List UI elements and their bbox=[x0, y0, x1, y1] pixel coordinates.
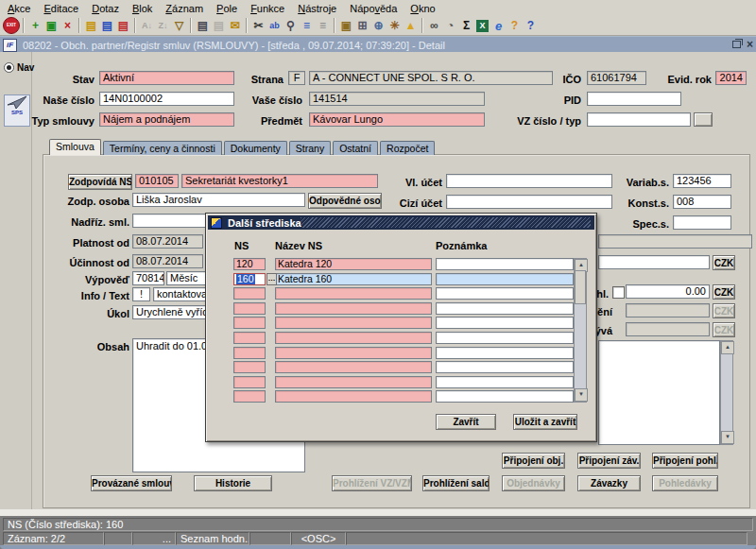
ns-cell[interactable]: 120 bbox=[233, 258, 266, 270]
tab-ostatn-[interactable]: Ostatní bbox=[333, 141, 378, 155]
strana-field[interactable]: A - CONNECT UNE SPOL. S R. O. bbox=[309, 71, 553, 85]
tab-strany[interactable]: Strany bbox=[289, 141, 331, 155]
pripojeni-zav-button[interactable]: Připojení záv. bbox=[577, 453, 641, 469]
copy-text-icon[interactable]: ab bbox=[266, 18, 283, 34]
print-preview-icon[interactable]: ▤ bbox=[211, 18, 227, 34]
send-mail-icon[interactable]: ✉ bbox=[227, 18, 243, 34]
help-agent-icon[interactable]: ? bbox=[507, 18, 523, 34]
vl-ucet-field[interactable] bbox=[446, 174, 612, 188]
historie-button[interactable]: Historie bbox=[194, 475, 272, 491]
view-icon[interactable]: ∞ bbox=[426, 18, 442, 34]
menu-pole[interactable]: Pole bbox=[216, 3, 237, 14]
platnost-od-field[interactable]: 08.07.2014 bbox=[132, 234, 203, 249]
prohlizeni-salda-button[interactable]: Prohlížení salda bbox=[422, 475, 490, 491]
settings-wheel-icon[interactable]: ✳ bbox=[387, 18, 403, 34]
cena-field[interactable] bbox=[598, 255, 710, 269]
exit-button[interactable]: EXIT bbox=[3, 17, 20, 34]
insert-record-icon[interactable]: + bbox=[27, 18, 43, 34]
nav-radio[interactable]: Nav bbox=[4, 62, 34, 73]
vypoved-field[interactable]: 70814 bbox=[132, 271, 164, 285]
web-icon[interactable]: ⊕ bbox=[370, 18, 387, 34]
save-disk-icon[interactable]: ⊞ bbox=[354, 18, 370, 34]
right-notes-textarea[interactable] bbox=[598, 340, 720, 445]
typ-smlouvy-field[interactable]: Nájem a podnájem bbox=[99, 112, 234, 127]
help-icon[interactable]: ? bbox=[523, 18, 539, 34]
list-edit-icon[interactable]: ≡ bbox=[315, 18, 331, 34]
notes-scrollbar[interactable]: ▲ ▼ bbox=[720, 340, 733, 445]
filter-icon[interactable]: ▽ bbox=[171, 18, 187, 34]
excel-icon[interactable]: X bbox=[476, 20, 489, 32]
menu-funkce[interactable]: Funkce bbox=[250, 3, 284, 14]
scrollbar-thumb[interactable] bbox=[575, 270, 586, 304]
sort-asc-icon[interactable]: A↓ bbox=[139, 18, 155, 34]
nazev-ns-cell[interactable] bbox=[275, 361, 432, 373]
zodpovida-ns-button[interactable]: Zodpovídá NS bbox=[68, 174, 132, 190]
cut-icon[interactable]: ✂ bbox=[250, 18, 266, 34]
poznamka-cell[interactable] bbox=[436, 390, 574, 403]
zavrit-button[interactable]: Zavřít bbox=[436, 414, 496, 430]
stav-field[interactable]: Aktivní bbox=[99, 71, 234, 85]
dialog-titlebar[interactable]: Další střediska bbox=[208, 215, 594, 230]
menu-nástroje[interactable]: Nástroje bbox=[298, 3, 336, 14]
list-values-icon[interactable]: ≡ bbox=[299, 18, 315, 34]
tab-rozpo-et[interactable]: Rozpočet bbox=[380, 141, 435, 155]
pid-field[interactable] bbox=[587, 92, 681, 106]
menu-nápověda[interactable]: Nápověda bbox=[350, 3, 397, 14]
zodp-osoba-field[interactable]: Liška Jaroslav bbox=[132, 193, 305, 207]
cena-czk-button[interactable]: CZK bbox=[713, 255, 735, 270]
nazev-ns-cell[interactable] bbox=[275, 302, 432, 315]
nazev-ns-cell[interactable] bbox=[275, 376, 432, 388]
spec-s-field[interactable] bbox=[673, 215, 731, 230]
pripojeni-obj-button[interactable]: Připojení obj. bbox=[502, 453, 565, 469]
sum-icon[interactable]: Σ bbox=[458, 18, 474, 34]
menu-dotaz[interactable]: Dotaz bbox=[92, 3, 119, 14]
clipboard-icon[interactable]: ▣ bbox=[338, 18, 354, 34]
lov-button[interactable]: … bbox=[266, 273, 277, 285]
pohl-czk-button[interactable]: CZK bbox=[713, 284, 735, 300]
delete-record-icon[interactable]: × bbox=[60, 18, 76, 34]
odpovedne-osoby-button[interactable]: Odpovědné osoby bbox=[308, 193, 382, 209]
browser-icon[interactable]: e bbox=[490, 18, 507, 34]
ns-cell[interactable] bbox=[233, 361, 266, 373]
grid-scrollbar[interactable]: ▲ ▼ bbox=[574, 258, 587, 403]
poznamka-cell[interactable] bbox=[436, 287, 574, 300]
nazev-ns-cell[interactable] bbox=[275, 287, 432, 300]
poznamka-cell[interactable] bbox=[436, 302, 574, 315]
poznamka-cell[interactable] bbox=[436, 347, 574, 359]
ns-cell[interactable] bbox=[233, 287, 266, 300]
menu-akce[interactable]: Akce bbox=[8, 3, 30, 14]
nazev-ns-cell[interactable] bbox=[275, 390, 432, 403]
tab-smlouva[interactable]: Smlouva bbox=[49, 139, 101, 155]
pripojeni-pohl-button[interactable]: Připojení pohl. bbox=[652, 453, 718, 469]
poznamka-cell[interactable] bbox=[436, 376, 574, 388]
cizi-ucet-field[interactable] bbox=[446, 195, 612, 209]
pohl-amount-field[interactable]: 0.00 bbox=[626, 284, 710, 299]
ns-cell[interactable] bbox=[233, 390, 266, 403]
ico-field[interactable]: 61061794 bbox=[587, 71, 646, 85]
ucinnost-od-field[interactable]: 08.07.2014 bbox=[132, 254, 203, 268]
ns-cell[interactable]: 160 bbox=[233, 273, 266, 285]
menu-okno[interactable]: Okno bbox=[410, 3, 435, 14]
menu-blok[interactable]: Blok bbox=[132, 3, 152, 14]
provazane-smlouvy-button[interactable]: Provázané smlouvy bbox=[91, 475, 172, 491]
duplicate-record-icon[interactable]: ▣ bbox=[43, 18, 60, 34]
scroll-down-icon[interactable]: ▼ bbox=[575, 388, 588, 402]
scroll-down-icon[interactable]: ▼ bbox=[721, 431, 734, 444]
vz-cislo-field[interactable] bbox=[587, 112, 691, 127]
print-icon[interactable]: ▤ bbox=[195, 18, 211, 34]
sort-desc-icon[interactable]: Z↓ bbox=[155, 18, 171, 34]
ns-cell[interactable] bbox=[233, 317, 266, 329]
nazev-ns-cell[interactable] bbox=[275, 332, 432, 344]
save-records-icon[interactable]: ▤ bbox=[83, 18, 99, 34]
strana-code-field[interactable]: F bbox=[288, 71, 305, 85]
menu-záznam[interactable]: Záznam bbox=[165, 3, 203, 14]
ns-cell[interactable] bbox=[233, 347, 266, 359]
konst-s-field[interactable]: 008 bbox=[673, 195, 731, 209]
nazev-ns-cell[interactable]: Katedra 120 bbox=[275, 258, 432, 270]
search-icon[interactable]: ⚲ bbox=[283, 18, 299, 34]
predmet-field[interactable]: Kávovar Lungo bbox=[309, 112, 485, 127]
poznamka-cell[interactable] bbox=[436, 332, 574, 344]
alert-icon[interactable]: ▲ bbox=[403, 18, 419, 34]
zavazky-button[interactable]: Závazky bbox=[577, 475, 641, 491]
poznamka-cell[interactable] bbox=[436, 258, 574, 270]
